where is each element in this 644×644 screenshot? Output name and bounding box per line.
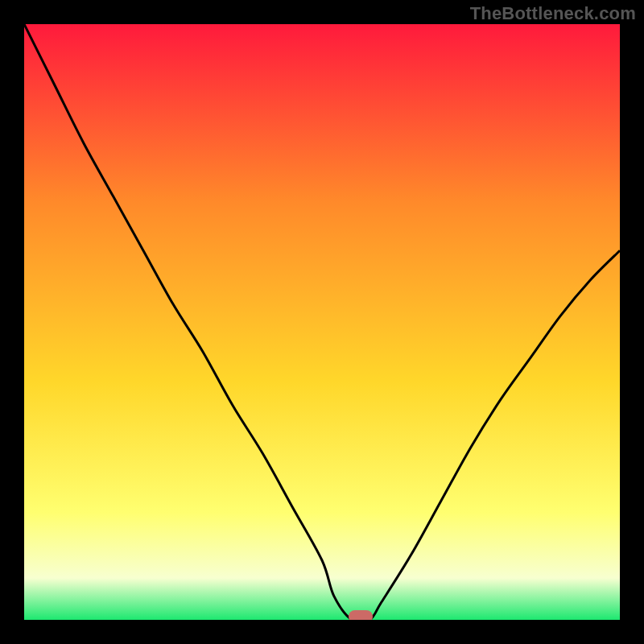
optimal-marker <box>349 610 373 620</box>
attribution-label: TheBottleneck.com <box>470 3 636 24</box>
plot-area <box>24 24 620 620</box>
bottleneck-chart <box>24 24 620 620</box>
chart-frame: TheBottleneck.com <box>0 0 644 644</box>
gradient-background <box>24 24 620 620</box>
